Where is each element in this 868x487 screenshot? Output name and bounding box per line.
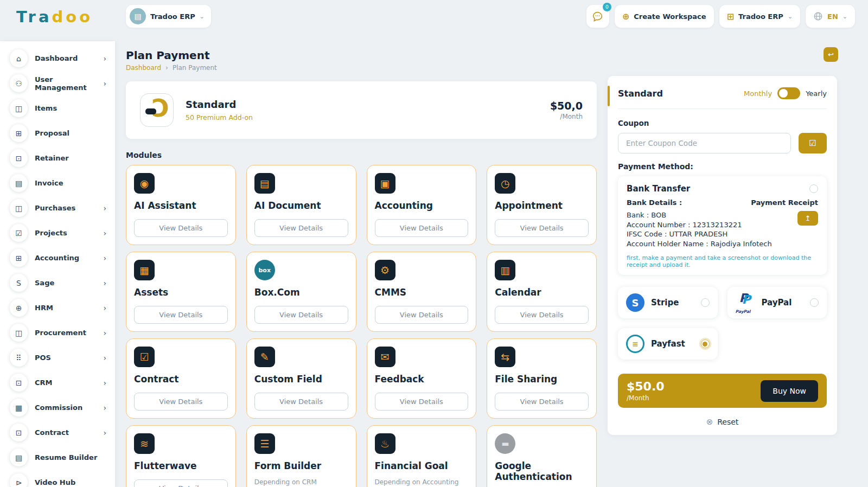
- chat-button[interactable]: 0: [586, 5, 609, 28]
- create-workspace-button[interactable]: ⊕ Create Workspace: [615, 5, 714, 28]
- sidebar-item-label: CRM: [35, 379, 96, 387]
- payfast-radio[interactable]: [701, 339, 710, 348]
- plan-name: Standard: [186, 99, 550, 110]
- back-button[interactable]: ↩: [824, 47, 838, 62]
- sidebar-item-user-management[interactable]: ⚇User Management›: [0, 71, 115, 95]
- bank-transfer-title: Bank Transfer: [627, 184, 690, 194]
- logo-pill: [145, 108, 156, 114]
- contract-check-icon: ☑: [134, 347, 155, 367]
- workspace-avatar: ▤: [130, 8, 146, 24]
- view-details-button[interactable]: View Details: [495, 219, 589, 237]
- module-title: AI Document: [254, 200, 348, 211]
- sidebar-item-proposal[interactable]: ⊞Proposal: [0, 121, 115, 145]
- flutterwave-icon: ≋: [134, 433, 155, 454]
- language-selector[interactable]: EN ⌄: [806, 5, 855, 28]
- coupon-input[interactable]: [618, 133, 791, 153]
- sidebar-item-label: Video Hub: [35, 478, 106, 486]
- sidebar-item-accounting[interactable]: ⊞Accounting›: [0, 246, 115, 270]
- erp-app-button[interactable]: ⊞ Tradoo ERP ⌄: [719, 5, 800, 28]
- chevron-right-icon: ›: [103, 254, 106, 262]
- workspace-selector[interactable]: ▤ Tradoo ERP ⌄: [126, 5, 211, 28]
- buy-now-button[interactable]: Buy Now: [761, 380, 818, 402]
- payment-receipt-label: Payment Receipt: [751, 198, 818, 207]
- stripe-radio[interactable]: [701, 298, 710, 307]
- sidebar-item-video-hub[interactable]: ⊳Video Hub: [0, 470, 115, 487]
- sidebar-item-projects[interactable]: ☑Projects›: [0, 221, 115, 245]
- paypal-radio[interactable]: [810, 298, 819, 307]
- sidebar-item-procurement[interactable]: ◫Procurement›: [0, 321, 115, 345]
- google-auth-icon: ▬: [495, 433, 515, 454]
- chevron-down-icon: ⌄: [200, 13, 205, 20]
- main-content: Plan Payment Dashboard › Plan Payment Ɔ …: [126, 41, 597, 487]
- bank-transfer-card: Bank Transfer Bank Details : Payment Rec…: [618, 176, 827, 275]
- bank-details-label: Bank Details :: [627, 198, 682, 207]
- gateway-paypal[interactable]: PPPayPal PayPal: [727, 287, 827, 318]
- bank-transfer-radio[interactable]: [809, 184, 818, 193]
- view-details-button[interactable]: View Details: [495, 393, 589, 411]
- module-card-assets: ▦ Assets View Details: [126, 252, 236, 332]
- plan-info: Standard 50 Premium Add-on: [186, 99, 550, 121]
- chevron-right-icon: ›: [103, 379, 106, 387]
- logo-gold-part: doo: [52, 8, 93, 26]
- stripe-logo-icon: S: [626, 293, 644, 312]
- language-code: EN: [827, 12, 838, 21]
- sidebar-item-invoice[interactable]: ▤Invoice: [0, 171, 115, 195]
- view-details-button[interactable]: View Details: [254, 393, 348, 411]
- chat-badge: 0: [603, 3, 611, 11]
- view-details-button[interactable]: View Details: [375, 219, 469, 237]
- file-sharing-icon: ⇆: [495, 347, 515, 367]
- breadcrumb-dashboard-link[interactable]: Dashboard: [126, 64, 161, 72]
- sidebar-item-pos[interactable]: ⠿POS›: [0, 345, 115, 370]
- view-details-button[interactable]: View Details: [134, 393, 228, 411]
- chevron-right-icon: ›: [103, 428, 106, 437]
- sidebar-item-commission[interactable]: ▦Commission›: [0, 395, 115, 420]
- gateway-options: S Stripe PPPayPal PayPal ≡ Payfast: [618, 287, 827, 360]
- custom-field-icon: ✎: [254, 347, 275, 367]
- sidebar-item-crm[interactable]: ⊡CRM›: [0, 370, 115, 395]
- module-title: Google Authentication: [495, 460, 589, 482]
- sidebar-item-sage[interactable]: SSage›: [0, 271, 115, 295]
- view-details-button[interactable]: View Details: [375, 306, 469, 324]
- sidebar-item-dashboard[interactable]: ⌂Dashboard›: [0, 46, 115, 71]
- chevron-down-icon: ⌄: [843, 13, 847, 20]
- erp-app-label: Tradoo ERP: [738, 12, 783, 21]
- sidebar-item-hrm[interactable]: ⊕HRM›: [0, 296, 115, 320]
- chevron-right-icon: ›: [103, 279, 106, 287]
- module-card-file-sharing: ⇆ File Sharing View Details: [487, 338, 597, 419]
- workspace-name: Tradoo ERP: [150, 12, 195, 21]
- sidebar-item-resume-builder[interactable]: ▤Resume Builder: [0, 445, 115, 470]
- sidebar-item-purchases[interactable]: ◫Purchases›: [0, 196, 115, 220]
- paypal-wordmark: PayPal: [736, 309, 751, 314]
- view-details-button[interactable]: View Details: [254, 219, 348, 237]
- bank-transfer-header: Bank Transfer: [627, 184, 818, 194]
- view-details-button[interactable]: View Details: [375, 393, 469, 411]
- view-details-button[interactable]: View Details: [134, 219, 228, 237]
- sidebar-item-label: Dashboard: [35, 54, 96, 62]
- projects-check-icon: ☑: [10, 224, 28, 242]
- sidebar-item-contract[interactable]: ⊡Contract›: [0, 420, 115, 445]
- module-title: Assets: [134, 287, 228, 298]
- sidebar-item-items[interactable]: ◫Items: [0, 96, 115, 120]
- chevron-right-icon: ›: [103, 79, 106, 88]
- procurement-cart-icon: ◫: [10, 324, 28, 342]
- checkout-plan-name: Standard: [618, 88, 663, 99]
- view-details-button[interactable]: View Details: [134, 479, 228, 487]
- upload-receipt-button[interactable]: ↥: [797, 211, 818, 226]
- sidebar-item-label: Contract: [35, 428, 96, 437]
- users-icon: ⚇: [10, 74, 28, 92]
- view-details-button[interactable]: View Details: [495, 306, 589, 324]
- sidebar-item-retainer[interactable]: ⊡Retainer: [0, 146, 115, 170]
- ai-assistant-icon: ◉: [134, 173, 155, 194]
- chevron-right-icon: ›: [103, 403, 106, 412]
- logo-teal-part: Tra: [16, 8, 52, 26]
- billing-period-toggle[interactable]: [777, 87, 800, 99]
- reset-circle-x-icon: ⊗: [706, 417, 713, 427]
- view-details-button[interactable]: View Details: [134, 306, 228, 324]
- plan-logo-icon: Ɔ: [140, 93, 174, 127]
- gateway-stripe[interactable]: S Stripe: [618, 287, 718, 318]
- apply-coupon-button[interactable]: ☑: [799, 133, 827, 153]
- commission-calc-icon: ▦: [10, 399, 28, 416]
- view-details-button[interactable]: View Details: [254, 306, 348, 324]
- reset-action[interactable]: ⊗ Reset: [618, 417, 827, 427]
- gateway-payfast[interactable]: ≡ Payfast: [618, 328, 718, 360]
